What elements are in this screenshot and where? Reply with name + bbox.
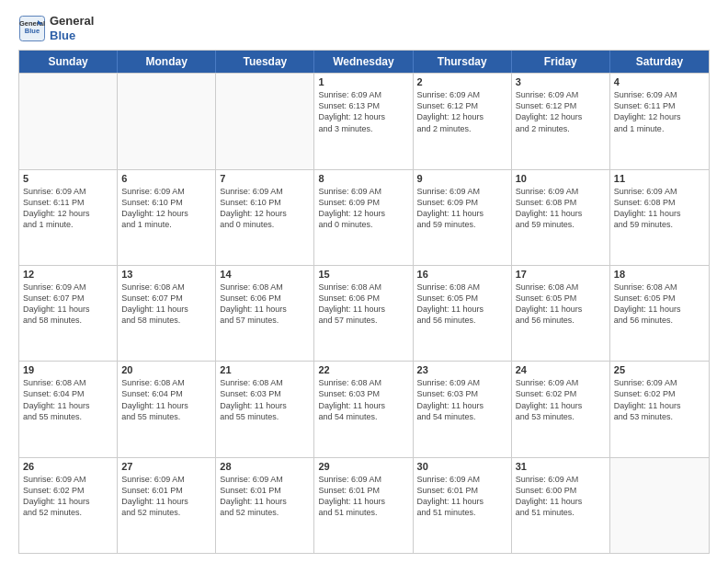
weekday-header-thursday: Thursday xyxy=(414,51,512,73)
cell-info: Sunrise: 6:09 AM Sunset: 6:01 PM Dayligh… xyxy=(220,474,310,519)
cell-info: Sunrise: 6:08 AM Sunset: 6:05 PM Dayligh… xyxy=(516,282,606,327)
cell-day-number: 18 xyxy=(614,269,705,280)
calendar-cell: 25Sunrise: 6:09 AM Sunset: 6:02 PM Dayli… xyxy=(610,362,709,456)
calendar-cell: 3Sunrise: 6:09 AM Sunset: 6:12 PM Daylig… xyxy=(512,74,610,168)
calendar-cell: 14Sunrise: 6:08 AM Sunset: 6:06 PM Dayli… xyxy=(216,266,314,361)
calendar-row-5: 26Sunrise: 6:09 AM Sunset: 6:02 PM Dayli… xyxy=(19,457,709,553)
calendar-cell: 31Sunrise: 6:09 AM Sunset: 6:00 PM Dayli… xyxy=(512,458,610,553)
calendar-cell: 22Sunrise: 6:08 AM Sunset: 6:03 PM Dayli… xyxy=(314,362,413,456)
weekday-header-wednesday: Wednesday xyxy=(314,51,413,73)
page: General Blue General Blue SundayMondayTu… xyxy=(0,0,728,563)
cell-day-number: 27 xyxy=(121,461,211,472)
cell-day-number: 6 xyxy=(121,173,211,184)
weekday-header-saturday: Saturday xyxy=(610,51,709,73)
calendar-cell xyxy=(118,74,216,168)
cell-day-number: 15 xyxy=(318,269,408,280)
calendar-cell: 27Sunrise: 6:09 AM Sunset: 6:01 PM Dayli… xyxy=(118,458,216,553)
calendar-cell: 7Sunrise: 6:09 AM Sunset: 6:10 PM Daylig… xyxy=(216,170,314,265)
cell-day-number: 10 xyxy=(516,173,606,184)
cell-day-number: 24 xyxy=(516,364,606,375)
cell-day-number: 4 xyxy=(614,76,705,87)
logo-icon: General Blue xyxy=(18,15,46,42)
calendar: SundayMondayTuesdayWednesdayThursdayFrid… xyxy=(18,50,710,554)
weekday-header-friday: Friday xyxy=(512,51,610,73)
weekday-header-tuesday: Tuesday xyxy=(216,51,314,73)
cell-day-number: 7 xyxy=(220,173,310,184)
cell-info: Sunrise: 6:09 AM Sunset: 6:01 PM Dayligh… xyxy=(121,474,211,519)
calendar-cell: 8Sunrise: 6:09 AM Sunset: 6:09 PM Daylig… xyxy=(314,170,413,265)
cell-info: Sunrise: 6:09 AM Sunset: 6:01 PM Dayligh… xyxy=(417,474,507,519)
cell-day-number: 11 xyxy=(614,173,705,184)
cell-info: Sunrise: 6:09 AM Sunset: 6:12 PM Dayligh… xyxy=(417,89,507,134)
cell-day-number: 23 xyxy=(417,364,507,375)
cell-day-number: 31 xyxy=(516,461,606,472)
cell-info: Sunrise: 6:09 AM Sunset: 6:02 PM Dayligh… xyxy=(614,377,705,422)
cell-day-number: 28 xyxy=(220,461,310,472)
cell-info: Sunrise: 6:09 AM Sunset: 6:08 PM Dayligh… xyxy=(614,186,705,231)
calendar-row-1: 1Sunrise: 6:09 AM Sunset: 6:13 PM Daylig… xyxy=(19,73,709,168)
cell-day-number: 20 xyxy=(121,364,211,375)
cell-info: Sunrise: 6:08 AM Sunset: 6:06 PM Dayligh… xyxy=(318,282,408,327)
calendar-cell: 29Sunrise: 6:09 AM Sunset: 6:01 PM Dayli… xyxy=(314,458,413,553)
calendar-cell: 26Sunrise: 6:09 AM Sunset: 6:02 PM Dayli… xyxy=(19,458,118,553)
cell-day-number: 12 xyxy=(23,269,113,280)
cell-day-number: 25 xyxy=(614,364,705,375)
calendar-row-2: 5Sunrise: 6:09 AM Sunset: 6:11 PM Daylig… xyxy=(19,169,709,265)
calendar-cell: 5Sunrise: 6:09 AM Sunset: 6:11 PM Daylig… xyxy=(19,170,118,265)
calendar-cell: 24Sunrise: 6:09 AM Sunset: 6:02 PM Dayli… xyxy=(512,362,610,456)
cell-day-number: 16 xyxy=(417,269,507,280)
cell-info: Sunrise: 6:08 AM Sunset: 6:04 PM Dayligh… xyxy=(23,377,113,422)
calendar-cell: 20Sunrise: 6:08 AM Sunset: 6:04 PM Dayli… xyxy=(118,362,216,456)
calendar-cell: 19Sunrise: 6:08 AM Sunset: 6:04 PM Dayli… xyxy=(19,362,118,456)
cell-info: Sunrise: 6:09 AM Sunset: 6:13 PM Dayligh… xyxy=(318,89,408,134)
calendar-cell: 9Sunrise: 6:09 AM Sunset: 6:09 PM Daylig… xyxy=(414,170,512,265)
calendar-cell: 21Sunrise: 6:08 AM Sunset: 6:03 PM Dayli… xyxy=(216,362,314,456)
cell-info: Sunrise: 6:08 AM Sunset: 6:06 PM Dayligh… xyxy=(220,282,310,327)
calendar-cell xyxy=(610,458,709,553)
calendar-cell: 17Sunrise: 6:08 AM Sunset: 6:05 PM Dayli… xyxy=(512,266,610,361)
calendar-row-4: 19Sunrise: 6:08 AM Sunset: 6:04 PM Dayli… xyxy=(19,361,709,456)
cell-info: Sunrise: 6:09 AM Sunset: 6:02 PM Dayligh… xyxy=(23,474,113,519)
calendar-cell xyxy=(19,74,118,168)
calendar-cell: 13Sunrise: 6:08 AM Sunset: 6:07 PM Dayli… xyxy=(118,266,216,361)
cell-info: Sunrise: 6:09 AM Sunset: 6:11 PM Dayligh… xyxy=(614,89,705,134)
cell-day-number: 3 xyxy=(516,76,606,87)
cell-info: Sunrise: 6:08 AM Sunset: 6:04 PM Dayligh… xyxy=(121,377,211,422)
calendar-cell: 1Sunrise: 6:09 AM Sunset: 6:13 PM Daylig… xyxy=(314,74,413,168)
cell-info: Sunrise: 6:09 AM Sunset: 6:07 PM Dayligh… xyxy=(23,282,113,327)
svg-text:Blue: Blue xyxy=(25,27,40,35)
cell-info: Sunrise: 6:09 AM Sunset: 6:09 PM Dayligh… xyxy=(318,186,408,231)
cell-info: Sunrise: 6:08 AM Sunset: 6:07 PM Dayligh… xyxy=(121,282,211,327)
calendar-cell: 10Sunrise: 6:09 AM Sunset: 6:08 PM Dayli… xyxy=(512,170,610,265)
cell-day-number: 13 xyxy=(121,269,211,280)
cell-info: Sunrise: 6:08 AM Sunset: 6:03 PM Dayligh… xyxy=(220,377,310,422)
calendar-cell: 6Sunrise: 6:09 AM Sunset: 6:10 PM Daylig… xyxy=(118,170,216,265)
cell-day-number: 5 xyxy=(23,173,113,184)
cell-day-number: 1 xyxy=(318,76,408,87)
cell-info: Sunrise: 6:09 AM Sunset: 6:09 PM Dayligh… xyxy=(417,186,507,231)
cell-info: Sunrise: 6:09 AM Sunset: 6:08 PM Dayligh… xyxy=(516,186,606,231)
calendar-cell: 12Sunrise: 6:09 AM Sunset: 6:07 PM Dayli… xyxy=(19,266,118,361)
cell-day-number: 8 xyxy=(318,173,408,184)
calendar-cell: 30Sunrise: 6:09 AM Sunset: 6:01 PM Dayli… xyxy=(414,458,512,553)
calendar-body: 1Sunrise: 6:09 AM Sunset: 6:13 PM Daylig… xyxy=(19,73,709,553)
cell-info: Sunrise: 6:09 AM Sunset: 6:11 PM Dayligh… xyxy=(23,186,113,231)
calendar-cell: 18Sunrise: 6:08 AM Sunset: 6:05 PM Dayli… xyxy=(610,266,709,361)
calendar-cell: 23Sunrise: 6:09 AM Sunset: 6:03 PM Dayli… xyxy=(414,362,512,456)
cell-day-number: 19 xyxy=(23,364,113,375)
cell-day-number: 14 xyxy=(220,269,310,280)
cell-info: Sunrise: 6:08 AM Sunset: 6:05 PM Dayligh… xyxy=(417,282,507,327)
cell-day-number: 30 xyxy=(417,461,507,472)
calendar-cell: 2Sunrise: 6:09 AM Sunset: 6:12 PM Daylig… xyxy=(414,74,512,168)
cell-info: Sunrise: 6:09 AM Sunset: 6:03 PM Dayligh… xyxy=(417,377,507,422)
cell-info: Sunrise: 6:09 AM Sunset: 6:01 PM Dayligh… xyxy=(318,474,408,519)
cell-day-number: 26 xyxy=(23,461,113,472)
cell-info: Sunrise: 6:08 AM Sunset: 6:03 PM Dayligh… xyxy=(318,377,408,422)
cell-day-number: 21 xyxy=(220,364,310,375)
cell-info: Sunrise: 6:09 AM Sunset: 6:12 PM Dayligh… xyxy=(516,89,606,134)
calendar-header: SundayMondayTuesdayWednesdayThursdayFrid… xyxy=(19,51,709,73)
calendar-cell: 11Sunrise: 6:09 AM Sunset: 6:08 PM Dayli… xyxy=(610,170,709,265)
cell-day-number: 9 xyxy=(417,173,507,184)
cell-day-number: 17 xyxy=(516,269,606,280)
cell-info: Sunrise: 6:09 AM Sunset: 6:10 PM Dayligh… xyxy=(220,186,310,231)
